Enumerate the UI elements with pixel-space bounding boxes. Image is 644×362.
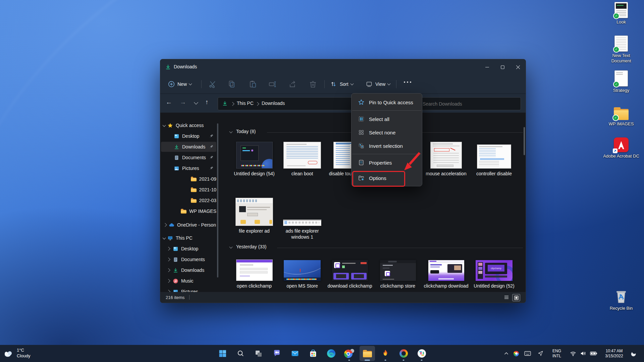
- file-item[interactable]: Untitled design (54): [231, 142, 277, 177]
- see-more-button[interactable]: [404, 81, 411, 83]
- menu-item-select-all[interactable]: Select all: [353, 113, 420, 125]
- sidebar-item-this-pc[interactable]: This PC: [161, 233, 216, 243]
- chevron-right-icon[interactable]: [166, 268, 170, 272]
- recent-locations-chevron[interactable]: [194, 100, 198, 105]
- file-item[interactable]: clickchamp download: [423, 260, 469, 289]
- slack-button[interactable]: [414, 346, 429, 361]
- touch-keyboard-icon[interactable]: [522, 346, 533, 361]
- clock-widget[interactable]: 10:47 AM 3/15/2022: [600, 346, 628, 361]
- focus-assist-moon-icon[interactable]: [628, 346, 639, 361]
- location-indicator-icon[interactable]: [535, 346, 546, 361]
- desktop-icon-recycle-bin[interactable]: Recycle Bin: [603, 289, 640, 311]
- large-thumbnails-view-button[interactable]: [512, 294, 520, 301]
- file-item[interactable]: open MS Store: [279, 260, 325, 289]
- new-button[interactable]: New: [168, 79, 192, 89]
- desktop-icon-new-text-document[interactable]: ✓ New Text Document: [603, 36, 640, 64]
- minimize-button[interactable]: [479, 59, 495, 75]
- share-icon[interactable]: [288, 80, 297, 88]
- chevron-right-icon[interactable]: [166, 279, 170, 283]
- file-item[interactable]: download clickchamp: [327, 260, 373, 289]
- search-box[interactable]: [419, 97, 521, 110]
- start-button[interactable]: [215, 346, 230, 361]
- sort-button[interactable]: Sort: [330, 79, 353, 89]
- file-item[interactable]: clipchamp Untitled design (52): [471, 260, 517, 289]
- weather-widget[interactable]: 1°C Cloudy: [3, 345, 30, 361]
- group-header-yesterday[interactable]: Yesterday (33): [230, 244, 267, 249]
- copy-icon[interactable]: [227, 80, 236, 88]
- maximize-button[interactable]: [495, 59, 510, 75]
- sidebar-item-pc-pictures[interactable]: Pictures: [161, 287, 216, 292]
- sidebar-item-label: Desktop: [182, 133, 199, 139]
- search-button[interactable]: [233, 346, 248, 361]
- chevron-down-icon[interactable]: [229, 245, 233, 248]
- chevron-down-icon[interactable]: [163, 123, 166, 127]
- menu-item-select-none[interactable]: Select none: [353, 126, 420, 139]
- up-button[interactable]: ↑: [205, 99, 209, 106]
- rename-icon[interactable]: [268, 80, 277, 88]
- desktop-icon-wp-images[interactable]: ✓ WP IMAGES: [603, 107, 640, 127]
- view-button[interactable]: View: [366, 79, 390, 89]
- chevron-down-icon[interactable]: [163, 236, 166, 239]
- volume-icon[interactable]: [578, 346, 588, 361]
- file-item[interactable]: file explorer ad: [231, 196, 277, 234]
- chevron-right-icon[interactable]: [166, 290, 170, 292]
- file-item[interactable]: open clickchamp: [231, 260, 277, 289]
- sidebar-item-pictures[interactable]: Pictures: [161, 163, 216, 173]
- breadcrumb-downloads[interactable]: Downloads: [262, 101, 285, 106]
- sidebar-item-folder-wp-images[interactable]: WP IMAGES: [161, 206, 216, 216]
- sidebar-item-folder-2021-10[interactable]: 2021-10: [161, 185, 216, 195]
- files-scrollbar[interactable]: [524, 127, 525, 155]
- chevron-down-icon[interactable]: [229, 130, 233, 133]
- task-view-button[interactable]: [251, 346, 266, 361]
- menu-item-invert-selection[interactable]: Invert selection: [353, 139, 420, 152]
- sidebar-item-desktop[interactable]: Desktop: [161, 131, 216, 141]
- sidebar-item-pc-downloads[interactable]: Downloads: [161, 265, 216, 275]
- file-item[interactable]: clean boot: [279, 142, 325, 177]
- chat-button[interactable]: [269, 346, 284, 361]
- file-item[interactable]: clickchamp store: [375, 260, 421, 289]
- file-item[interactable]: mouse acceleration: [423, 142, 469, 177]
- chevron-right-icon[interactable]: [166, 257, 170, 261]
- desktop-icon-look[interactable]: ✓ Look: [603, 2, 640, 25]
- language-switcher[interactable]: ENG INTL: [548, 346, 566, 361]
- hidden-icons-chevron[interactable]: [501, 346, 511, 361]
- browser-ring-button[interactable]: [396, 346, 411, 361]
- sidebar-item-label: WP IMAGES: [189, 208, 216, 214]
- sidebar-item-onedrive[interactable]: OneDrive - Person: [161, 220, 216, 230]
- sidebar-item-folder-2021-09[interactable]: 2021-09: [161, 174, 216, 184]
- wifi-icon[interactable]: [568, 346, 578, 361]
- delete-icon[interactable]: [309, 80, 317, 88]
- file-item[interactable]: ads file explorer windows 1: [279, 196, 325, 240]
- sidebar-item-documents[interactable]: Documents: [161, 153, 216, 163]
- chrome-button[interactable]: [341, 346, 357, 361]
- flame-app-button[interactable]: [378, 346, 393, 361]
- microsoft-store-button[interactable]: [305, 346, 321, 361]
- chevron-right-icon[interactable]: [166, 247, 170, 250]
- mail-button[interactable]: [287, 346, 303, 361]
- desktop-icon-strategy[interactable]: ✓ Strategy: [603, 70, 640, 93]
- sidebar-item-pc-documents[interactable]: Documents: [161, 254, 216, 264]
- file-explorer-button[interactable]: [360, 346, 375, 361]
- edge-button[interactable]: [323, 346, 339, 361]
- sidebar-item-quick-access[interactable]: Quick access: [161, 120, 216, 130]
- back-button[interactable]: ←: [166, 99, 172, 106]
- sidebar-item-downloads[interactable]: Downloads: [161, 142, 216, 152]
- forward-button[interactable]: →: [180, 99, 186, 106]
- battery-charging-icon[interactable]: [588, 346, 600, 361]
- breadcrumb-this-pc[interactable]: This PC: [237, 101, 254, 106]
- search-input[interactable]: [419, 98, 521, 110]
- group-header-today[interactable]: Today (8): [230, 129, 256, 134]
- tray-chrome-icon[interactable]: [511, 346, 521, 361]
- sidebar-item-pc-music[interactable]: Music: [161, 276, 216, 286]
- chevron-right-icon[interactable]: [163, 223, 167, 227]
- desktop-icon-adobe-acrobat[interactable]: Adobe Acrobat DC: [603, 137, 640, 159]
- file-item[interactable]: controller disable: [471, 142, 517, 177]
- details-view-button[interactable]: [503, 294, 510, 301]
- title-bar[interactable]: Downloads: [160, 59, 526, 75]
- sidebar-item-pc-desktop[interactable]: Desktop: [161, 244, 216, 254]
- menu-item-pin-to-quick-access[interactable]: Pin to Quick access: [353, 96, 420, 109]
- sidebar-item-folder-2022-03[interactable]: 2022-03: [161, 195, 216, 205]
- paste-icon[interactable]: [249, 80, 257, 88]
- close-button[interactable]: [510, 59, 526, 75]
- cut-icon[interactable]: [208, 80, 217, 88]
